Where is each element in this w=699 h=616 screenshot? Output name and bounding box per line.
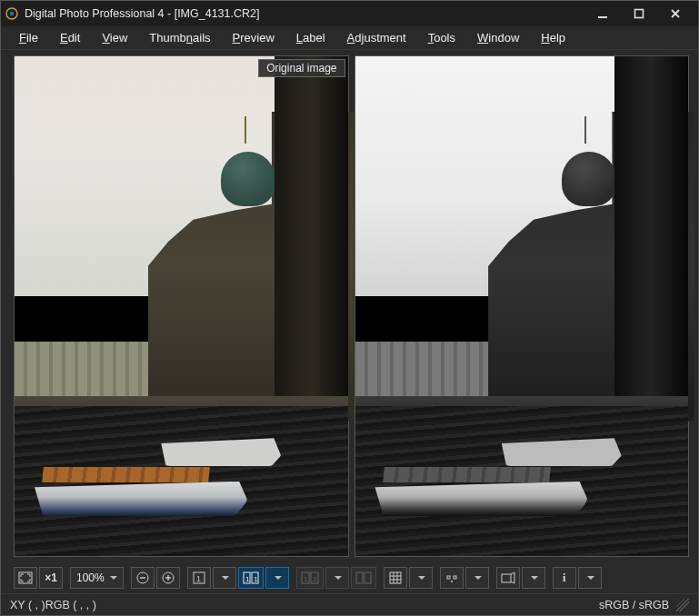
split-view-dropdown[interactable] — [265, 567, 289, 589]
menu-view[interactable]: View — [93, 28, 136, 47]
info-dropdown[interactable] — [578, 567, 602, 589]
svg-text:1: 1 — [245, 575, 250, 583]
svg-rect-3 — [635, 10, 644, 18]
fit-screen-button[interactable] — [14, 567, 37, 589]
minimize-button[interactable] — [587, 4, 618, 24]
af-point-button[interactable] — [440, 567, 464, 589]
zoom-percent-dropdown[interactable]: 100% — [70, 567, 124, 589]
menu-thumbnails[interactable]: Thumbnails — [140, 28, 219, 47]
highlight-warning-dropdown[interactable] — [522, 567, 545, 589]
menu-help[interactable]: Help — [532, 28, 574, 47]
menu-preview[interactable]: Preview — [224, 28, 284, 47]
highlight-warning-button[interactable] — [496, 567, 520, 589]
highlight-warn-icon — [501, 571, 515, 584]
zoom-out-icon — [135, 571, 150, 585]
svg-rect-20 — [356, 572, 363, 583]
preview-area: Original image — [1, 50, 698, 562]
single-view-button[interactable]: 1 — [187, 567, 211, 589]
menu-window[interactable]: Window — [468, 28, 528, 47]
bottom-toolbar: ×1 100% 1 11 12 — [1, 562, 698, 593]
svg-rect-9 — [167, 575, 168, 581]
dual-pane-icon: 11 — [243, 571, 259, 584]
pin-compare-icon: 12 — [301, 571, 319, 584]
fit-screen-icon — [18, 571, 33, 584]
status-colorspace: sRGB / sRGB — [599, 599, 669, 611]
multi-compare-button[interactable] — [351, 567, 376, 589]
maximize-button[interactable] — [624, 4, 654, 24]
multi-compare-icon — [355, 571, 372, 584]
svg-text:1: 1 — [196, 574, 201, 583]
af-point-dropdown[interactable] — [465, 567, 489, 589]
svg-text:2: 2 — [313, 575, 317, 583]
svg-text:1: 1 — [254, 575, 258, 583]
original-image-label: Original image — [258, 59, 345, 77]
preview-pane-edited[interactable] — [354, 55, 690, 557]
status-coords: XY ( , )RGB ( , , ) — [10, 599, 96, 611]
original-image — [15, 56, 348, 556]
zoom-in-button[interactable] — [156, 567, 180, 589]
single-view-dropdown[interactable] — [213, 567, 236, 589]
svg-rect-21 — [364, 572, 371, 583]
menu-edit[interactable]: Edit — [51, 28, 89, 47]
preview-pane-original[interactable]: Original image — [14, 55, 349, 557]
app-window: Digital Photo Professional 4 - [IMG_4131… — [0, 0, 699, 616]
menubar: File Edit View Thumbnails Preview Label … — [1, 26, 698, 50]
menu-label[interactable]: Label — [287, 28, 335, 47]
grid-icon — [389, 571, 402, 584]
zoom-1x-button[interactable]: ×1 — [39, 567, 63, 589]
svg-rect-6 — [140, 577, 145, 578]
svg-point-25 — [451, 581, 453, 582]
svg-rect-22 — [390, 572, 401, 583]
info-button[interactable]: i — [553, 567, 576, 589]
close-button[interactable] — [660, 4, 691, 24]
svg-rect-23 — [447, 576, 450, 579]
split-view-button[interactable]: 11 — [238, 567, 264, 589]
window-controls — [587, 4, 694, 24]
pin-compare-button[interactable]: 12 — [296, 567, 324, 589]
status-bar: XY ( , )RGB ( , , ) sRGB / sRGB — [1, 593, 698, 615]
af-point-icon — [444, 571, 459, 584]
pin-compare-dropdown[interactable] — [325, 567, 349, 589]
grid-button[interactable] — [384, 567, 407, 589]
svg-rect-24 — [454, 576, 456, 579]
menu-tools[interactable]: Tools — [419, 28, 464, 47]
zoom-out-button[interactable] — [131, 567, 155, 589]
app-icon — [5, 6, 19, 21]
titlebar: Digital Photo Professional 4 - [IMG_4131… — [1, 1, 698, 26]
menu-file[interactable]: File — [10, 28, 47, 47]
window-title: Digital Photo Professional 4 - [IMG_4131… — [25, 7, 587, 20]
resize-grip[interactable] — [676, 599, 689, 611]
svg-rect-26 — [502, 574, 511, 582]
svg-text:1: 1 — [304, 575, 308, 583]
edited-image — [355, 56, 689, 556]
single-pane-icon: 1 — [193, 571, 205, 584]
svg-rect-2 — [598, 16, 607, 18]
svg-point-1 — [10, 12, 14, 15]
zoom-in-icon — [161, 571, 175, 585]
grid-dropdown[interactable] — [409, 567, 433, 589]
menu-adjustment[interactable]: Adjustment — [338, 28, 415, 47]
